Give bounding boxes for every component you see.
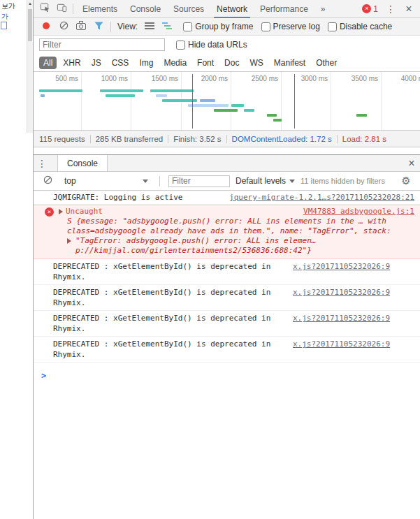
drawer-header: ⋮ Console ×: [34, 155, 420, 172]
type-filter-xhr[interactable]: XHR: [59, 57, 85, 69]
scrollbar-up-arrow-icon[interactable]: ▲: [27, 0, 33, 8]
gear-icon: ⚙: [401, 175, 410, 187]
tab-elements[interactable]: Elements: [76, 0, 124, 17]
context-value: top: [64, 176, 76, 186]
hide-data-urls-input[interactable]: [176, 41, 185, 50]
disable-cache-input[interactable]: [328, 22, 337, 31]
show-overview-button[interactable]: [159, 19, 175, 34]
console-settings-button[interactable]: ⚙: [398, 173, 414, 189]
drawer-close-button[interactable]: ×: [403, 156, 420, 171]
capture-screenshots-button[interactable]: [73, 19, 89, 34]
drawer-tab-console[interactable]: Console: [57, 155, 108, 171]
group-by-frame-input[interactable]: [183, 22, 192, 31]
log-message: DEPRECATED : xGetElementById() is deprec…: [53, 287, 287, 308]
group-by-frame-label: Group by frame: [195, 22, 253, 31]
network-summary-bar: 115 requests 285 KB transferred Finish: …: [34, 131, 420, 147]
device-toolbar-button[interactable]: [53, 1, 70, 17]
type-filter-js[interactable]: JS: [87, 57, 106, 69]
clear-icon: [59, 20, 68, 33]
log-levels-label: Default levels: [236, 176, 286, 186]
group-by-frame-checkbox[interactable]: Group by frame: [183, 22, 253, 31]
scrollbar-thumb[interactable]: [28, 9, 32, 41]
inspected-page-strip: 보가 가 ▲: [0, 0, 33, 519]
devtools-menu-button[interactable]: ⋮: [382, 1, 399, 17]
error-object-preview: S {message: "adsbygoogle.push() error: A…: [45, 217, 398, 236]
type-filter-all[interactable]: All: [39, 57, 57, 69]
log-message: DEPRECATED : xGetElementById() is deprec…: [53, 261, 287, 282]
list-view-icon: [145, 20, 154, 33]
preserve-log-checkbox[interactable]: Preserve log: [261, 22, 320, 31]
console-deprecated-row: DEPRECATED : xGetElementById() is deprec…: [34, 259, 420, 285]
network-toolbar: View: Group by frame Preserve log Disabl…: [34, 18, 420, 36]
preserve-log-input[interactable]: [261, 22, 270, 31]
source-link[interactable]: jquery-migrate-1.2.1…s?20171105232028:21: [229, 193, 414, 203]
device-toolbar-icon: [57, 2, 67, 15]
log-levels-dropdown[interactable]: Default levels: [236, 176, 295, 186]
divider: [159, 176, 160, 187]
network-filter-row: Hide data URLs: [34, 36, 420, 54]
console-toolbar: top Default levels 11 items hidden by fi…: [34, 172, 420, 191]
log-message: DEPRECATED : xGetElementById() is deprec…: [53, 339, 287, 360]
error-label: Uncaught: [66, 207, 103, 217]
error-circle-icon: ×: [362, 4, 371, 13]
type-filter-ws[interactable]: WS: [245, 57, 267, 69]
divider: [110, 22, 111, 32]
load-time: Load: 2.81 s: [337, 135, 391, 143]
requests-count: 115 requests: [39, 135, 90, 143]
transferred-size: 285 KB transferred: [90, 135, 168, 143]
type-filter-manifest[interactable]: Manifest: [270, 57, 310, 69]
tab-network[interactable]: Network: [210, 0, 254, 17]
console-filter-input[interactable]: [168, 175, 230, 187]
error-source-link[interactable]: VM47883 adsbygoogle.js:1: [303, 207, 414, 217]
filter-toggle-button[interactable]: [90, 19, 107, 34]
error-stack-tail: p://kimjjal.com/girlentertainments2/5368…: [45, 246, 414, 256]
console-error-badge[interactable]: × 1: [359, 4, 381, 14]
record-icon: [42, 20, 50, 33]
network-filter-input[interactable]: [39, 38, 165, 51]
source-link[interactable]: x.js?20171105232026:9: [293, 339, 390, 349]
record-network-log-button[interactable]: [38, 19, 55, 34]
type-filter-css[interactable]: CSS: [108, 57, 133, 69]
source-link[interactable]: x.js?20171105232026:9: [293, 287, 390, 298]
type-filter-other[interactable]: Other: [312, 57, 341, 69]
console-error-row: × Uncaught VM47883 adsbygoogle.js:1 S {m…: [34, 205, 420, 259]
error-circle-icon: ×: [45, 207, 54, 217]
disclosure-triangle-icon[interactable]: [59, 209, 63, 214]
execution-context-selector[interactable]: top: [61, 175, 151, 187]
hide-data-urls-label: Hide data URLs: [188, 40, 247, 50]
waterfall-area[interactable]: 500 ms1000 ms1500 ms2000 ms2500 ms3000 m…: [34, 72, 420, 131]
type-filter-img[interactable]: Img: [135, 57, 157, 69]
console-drawer: ⋮ Console × top Default levels: [34, 154, 420, 519]
hide-data-urls-checkbox[interactable]: Hide data URLs: [176, 40, 247, 50]
drawer-menu-button[interactable]: ⋮: [34, 156, 50, 171]
tab-console[interactable]: Console: [124, 0, 167, 17]
log-message: JQMIGRATE: Logging is active: [53, 193, 224, 203]
domcontentloaded-time: DOMContentLoaded: 1.72 s: [226, 135, 337, 143]
more-tabs-chevron[interactable]: »: [314, 0, 332, 17]
page-text-fragment: 보가: [1, 1, 25, 11]
chevron-down-icon: [289, 180, 295, 183]
page-text-fragment: 가: [1, 12, 25, 22]
page-scrollbar[interactable]: ▲: [27, 0, 33, 133]
disclosure-triangle-icon[interactable]: [67, 238, 71, 244]
type-filter-font[interactable]: Font: [193, 57, 218, 69]
devtools-panel: Elements Console Sources Network Perform…: [33, 0, 420, 519]
clear-console-button[interactable]: [39, 173, 56, 189]
tab-sources[interactable]: Sources: [167, 0, 210, 17]
close-icon: ×: [405, 3, 412, 15]
console-prompt[interactable]: >: [34, 363, 420, 381]
disable-cache-checkbox[interactable]: Disable cache: [328, 22, 392, 31]
kebab-menu-icon: ⋮: [37, 159, 47, 168]
devtools-tabbar: Elements Console Sources Network Perform…: [34, 0, 420, 18]
type-filter-media[interactable]: Media: [159, 57, 191, 69]
error-count: 1: [373, 4, 378, 14]
tab-performance[interactable]: Performance: [254, 0, 314, 17]
clear-network-log-button[interactable]: [55, 19, 72, 34]
source-link[interactable]: x.js?20171105232026:9: [293, 261, 390, 272]
devtools-close-button[interactable]: ×: [400, 1, 417, 17]
type-filter-doc[interactable]: Doc: [220, 57, 243, 69]
source-link[interactable]: x.js?20171105232026:9: [293, 313, 390, 323]
inspect-element-button[interactable]: [36, 1, 53, 17]
use-large-rows-button[interactable]: [141, 19, 158, 34]
console-deprecated-row: DEPRECATED : xGetElementById() is deprec…: [34, 337, 420, 363]
